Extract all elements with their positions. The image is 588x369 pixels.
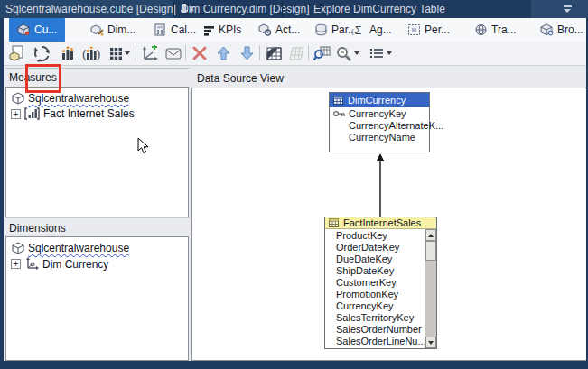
- dsv-table-dimcurrency[interactable]: DimCurrency CurrencyKey CurrencyAlternat…: [329, 92, 430, 152]
- document-tab-bar: Sqlcentralwarehouse.cube [Design] × Dim …: [0, 0, 588, 18]
- client-area: Cu... Dim... Cal... KPIs Act... Par...: [4, 18, 586, 361]
- tab-label: Dim...: [107, 23, 135, 36]
- cube-icon: [12, 242, 24, 254]
- tree-item-label: Fact Internet Sales: [43, 107, 135, 120]
- move-down-icon[interactable]: [237, 43, 257, 63]
- usage-icon[interactable]: [163, 43, 183, 63]
- new-measure-icon[interactable]: [58, 43, 78, 63]
- tab-browser[interactable]: Bro...: [540, 18, 583, 42]
- table-name: DimCurrency: [348, 95, 406, 106]
- tab-dimension-design[interactable]: Dim Currency.dim [Design]: [174, 0, 281, 18]
- move-up-icon[interactable]: [213, 43, 233, 63]
- scrollbar-thumb[interactable]: [425, 241, 436, 261]
- tab-aggregations[interactable]: (Σ Ag...: [351, 18, 392, 42]
- tree-item-measure-group[interactable]: + Fact Internet Sales: [11, 107, 135, 120]
- expand-icon[interactable]: +: [11, 259, 21, 269]
- process-icon[interactable]: [32, 43, 51, 63]
- aggregations-icon: (Σ: [351, 23, 366, 36]
- column-row: SalesOrderNumber: [325, 323, 436, 335]
- toolbar: (): [4, 42, 586, 66]
- column-name: RevisionNumber: [336, 347, 409, 350]
- scroll-down-button[interactable]: [425, 337, 436, 348]
- dsv-diagram: DimCurrency CurrencyKey CurrencyAlternat…: [191, 88, 587, 361]
- grid-view-icon[interactable]: [106, 43, 126, 63]
- tab-label: KPIs: [219, 23, 241, 36]
- scroll-up-button[interactable]: [425, 229, 436, 241]
- show-grid-icon[interactable]: [264, 43, 284, 63]
- cube-icon: [12, 92, 24, 105]
- dimension-icon: [24, 257, 39, 271]
- column-name: OrderDateKey: [336, 242, 399, 253]
- tab-dimension-usage[interactable]: Dim...: [90, 18, 135, 42]
- list-options-icon[interactable]: [367, 43, 387, 63]
- tab-translations[interactable]: Tra...: [474, 18, 517, 42]
- column-row: CurrencyName: [330, 131, 429, 143]
- tree-item-cube[interactable]: Sqlcentralwarehouse: [12, 92, 129, 105]
- column-row: ShipDateKey: [325, 264, 436, 276]
- measure-group-icon: [24, 107, 40, 120]
- tab-label: Cu...: [34, 23, 57, 36]
- tab-perspectives[interactable]: Per...: [407, 18, 450, 42]
- column-name: SalesOrderLineNu...: [336, 336, 426, 346]
- tab-label: Act...: [275, 23, 300, 36]
- delete-icon[interactable]: [190, 43, 210, 63]
- column-name: CurrencyKey: [336, 300, 394, 311]
- cube-structure-icon: [17, 23, 31, 36]
- tab-list-button[interactable]: [531, 0, 588, 18]
- tree-item-label: Sqlcentralwarehouse: [28, 92, 129, 105]
- toolbar-separator: [185, 45, 186, 60]
- list-options-dropdown-icon[interactable]: [387, 51, 392, 55]
- zoom-dropdown-icon[interactable]: [354, 51, 359, 55]
- tab-label: Per...: [425, 23, 450, 36]
- column-row: CurrencyKey: [330, 107, 429, 119]
- column-name: PromotionKey: [336, 289, 398, 300]
- toolbar-separator: [135, 45, 135, 60]
- add-cube-dimension-icon[interactable]: [139, 43, 159, 63]
- column-row: CustomerKey: [325, 276, 436, 288]
- browser-icon: [540, 23, 554, 36]
- svg-text:Σ: Σ: [355, 24, 361, 36]
- tab-explore-table[interactable]: Explore DimCurrency Table: [307, 0, 411, 18]
- column-name: CurrencyKey: [349, 108, 406, 119]
- designer-tab-strip: Cu... Dim... Cal... KPIs Act... Par...: [4, 18, 586, 42]
- tab-calculations[interactable]: Cal...: [154, 18, 196, 42]
- triangle-down-icon: [428, 341, 434, 345]
- triangle-up-icon: [428, 234, 434, 237]
- dsv-table-header[interactable]: DimCurrency: [330, 93, 429, 107]
- kpi-icon: [203, 24, 215, 36]
- toolbar-separator: [308, 45, 309, 60]
- expand-icon[interactable]: +: [11, 109, 21, 119]
- window-frame-bottom: [0, 361, 588, 369]
- key-icon: [333, 110, 345, 117]
- column-row: DueDateKey: [325, 253, 436, 264]
- zoom-icon[interactable]: [333, 43, 353, 63]
- tree-item-cube[interactable]: Sqlcentralwarehouse: [12, 242, 129, 254]
- tree-item-dimension[interactable]: + Dim Currency: [11, 257, 108, 271]
- dsv-table-header[interactable]: FactInternetSales: [325, 217, 436, 229]
- table-icon: [329, 218, 339, 227]
- dsv-table-factinternetsales[interactable]: FactInternetSales ProductKey OrderDateKe…: [324, 217, 437, 349]
- perspectives-icon: [407, 23, 421, 36]
- partitions-icon: [314, 23, 328, 36]
- tab-cube-design[interactable]: Sqlcentralwarehouse.cube [Design] ×: [0, 0, 173, 18]
- find-table-icon[interactable]: [312, 43, 331, 63]
- column-name: CustomerKey: [336, 277, 397, 288]
- tab-cube-structure[interactable]: Cu...: [9, 18, 65, 42]
- grid-view-dropdown-icon[interactable]: [125, 51, 130, 55]
- tab-kpis[interactable]: KPIs: [203, 18, 241, 42]
- tab-label: Explore DimCurrency Table: [313, 3, 445, 15]
- dimensions-panel-title: Dimensions: [9, 222, 66, 235]
- column-name: DueDateKey: [336, 254, 392, 264]
- chevron-down-icon: [564, 5, 572, 13]
- new-calculated-measure-icon[interactable]: (): [81, 43, 101, 63]
- tab-actions[interactable]: Act...: [258, 18, 300, 42]
- relationship-arrow: [375, 153, 386, 222]
- new-object-icon[interactable]: [7, 43, 27, 63]
- table-body: ProductKey OrderDateKey DueDateKey ShipD…: [325, 229, 436, 349]
- column-row: OrderDateKey: [325, 241, 436, 253]
- show-grid-alt-icon[interactable]: [286, 43, 306, 63]
- svg-text:): ): [97, 47, 100, 60]
- column-name: CurrencyName: [349, 132, 415, 143]
- tab-partitions[interactable]: Par...: [314, 18, 357, 42]
- table-scrollbar[interactable]: [425, 229, 436, 348]
